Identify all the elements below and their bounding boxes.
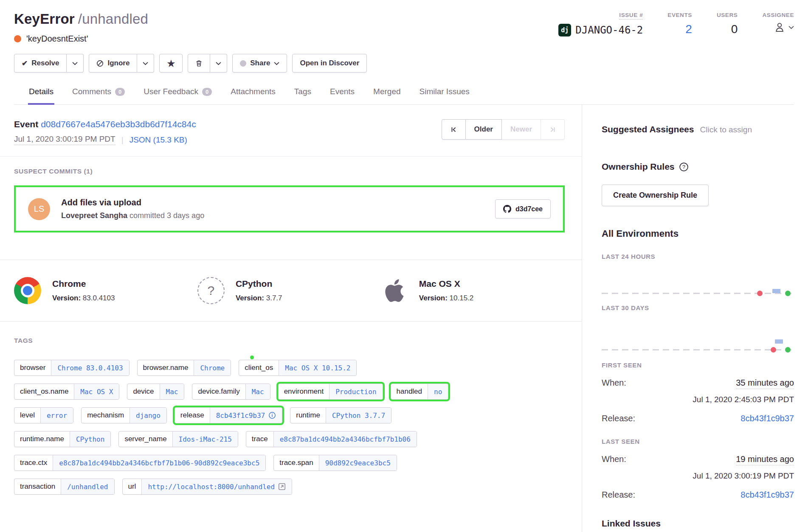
- tag-value-link[interactable]: CPython: [70, 431, 110, 447]
- tag-key: environment: [279, 384, 329, 399]
- help-icon[interactable]: ?: [679, 162, 689, 172]
- ignore-dropdown-button[interactable]: [137, 54, 154, 73]
- tag-value-link[interactable]: /unhandled: [61, 479, 114, 494]
- event-details-main: Eventd08d7667e4a5476eb3b3db6d7f14c84c Ju…: [0, 105, 582, 532]
- events-count[interactable]: 2: [685, 22, 692, 36]
- tab[interactable]: Merged: [372, 84, 401, 105]
- error-level-dot: [14, 35, 21, 42]
- tag-pill: client_os.name Mac OS X: [14, 384, 119, 400]
- tag-value-text: CPython: [76, 435, 104, 443]
- stat-issue-number: ISSUE # dj DJANGO-46-2: [558, 12, 643, 36]
- tag-value-text: error: [47, 412, 67, 420]
- resolve-button[interactable]: ✔Resolve: [14, 54, 67, 73]
- tag-value-link[interactable]: e8c87ba1dc494bb2a4346bcfbf7b1b06-90d892c…: [53, 455, 265, 470]
- last-seen-release-link[interactable]: 8cb43f1c9b37: [741, 490, 794, 500]
- stat-assignee: ASSIGNEE: [762, 12, 794, 36]
- tag-value-text: Production: [335, 388, 376, 396]
- assignee-label: ASSIGNEE: [762, 12, 794, 18]
- older-event-button[interactable]: Older: [466, 119, 502, 140]
- issue-number-label[interactable]: ISSUE #: [619, 12, 643, 20]
- commit-author: Lovepreet Sangha: [61, 211, 127, 220]
- action-toolbar: ✔Resolve Ignore ★ Share Open in Discover: [14, 54, 794, 73]
- event-id-block: Eventd08d7667e4a5476eb3b3db6d7f14c84c Ju…: [14, 119, 196, 145]
- ignore-button[interactable]: Ignore: [89, 54, 137, 73]
- tag-value-link[interactable]: e8c87ba1dc494bb2a4346bcfbf7b1b06: [273, 431, 417, 447]
- first-seen-block: FIRST SEEN When: 35 minutes ago Jul 1, 2…: [602, 361, 794, 423]
- apple-icon: [381, 277, 408, 304]
- tag-value-link[interactable]: error: [40, 408, 73, 423]
- tab[interactable]: Comments 0: [71, 84, 126, 105]
- tag-value-link[interactable]: 90d892c9eace3bc5: [319, 455, 397, 470]
- newer-event-button[interactable]: Newer: [502, 119, 541, 140]
- tab[interactable]: Similar Issues: [419, 84, 470, 105]
- oldest-event-button[interactable]: [442, 119, 466, 140]
- suggested-assignees-title: Suggested Assignees: [602, 124, 694, 134]
- tab[interactable]: Tags: [293, 84, 312, 105]
- first-seen-release-link[interactable]: 8cb43f1c9b37: [741, 414, 794, 423]
- tag-value-link[interactable]: 8cb43f1c9b37: [210, 408, 282, 423]
- tag-pill: trace e8c87ba1dc494bb2a4346bcfbf7b1b06: [246, 431, 417, 447]
- tag-value-link[interactable]: no: [428, 384, 448, 399]
- bookmark-star-button[interactable]: ★: [159, 54, 183, 73]
- tag-value-link[interactable]: CPython 3.7.7: [326, 408, 391, 423]
- users-count: 0: [731, 22, 738, 36]
- event-timestamp[interactable]: Jul 1, 2020 3:00:19 PM PDT: [14, 134, 115, 145]
- sparkline-point-green: [785, 291, 791, 296]
- share-button[interactable]: Share: [232, 54, 287, 73]
- skip-to-latest-button[interactable]: [541, 119, 565, 140]
- chrome-icon: [14, 277, 41, 304]
- tab-label: User Feedback: [144, 87, 198, 96]
- tag-value-link[interactable]: Mac: [160, 384, 184, 399]
- last-seen-absolute-time: Jul 1, 2020 3:00:19 PM PDT: [602, 471, 794, 481]
- context-name: CPython: [236, 279, 282, 289]
- django-project-icon: dj: [558, 24, 571, 36]
- click-to-assign-hint: Click to assign: [700, 125, 752, 134]
- tab[interactable]: User Feedback 0: [143, 84, 213, 105]
- tag-value-link[interactable]: Mac: [245, 384, 270, 399]
- issue-short-id: DJANGO-46-2: [575, 24, 643, 36]
- commit-sha-button[interactable]: d3d7cee: [495, 199, 551, 218]
- first-seen-relative-time[interactable]: 35 minutes ago: [736, 378, 794, 389]
- tab[interactable]: Details: [28, 84, 54, 105]
- tag-value-link[interactable]: Production: [329, 384, 382, 399]
- resolve-dropdown-button[interactable]: [67, 54, 84, 73]
- release-label: Release:: [602, 490, 635, 500]
- delete-button[interactable]: [188, 54, 210, 73]
- tags-heading: TAGS: [14, 337, 565, 344]
- tag-key: server_name: [119, 431, 172, 447]
- create-ownership-rule-button[interactable]: Create Ownership Rule: [602, 185, 709, 206]
- tag-value-link[interactable]: Mac OS X: [74, 384, 119, 399]
- issue-type: KeyError: [14, 11, 75, 27]
- tag-value-text: e8c87ba1dc494bb2a4346bcfbf7b1b06-90d892c…: [59, 459, 259, 467]
- tag-value-link[interactable]: Mac OS X 10.15.2: [279, 360, 356, 375]
- tag-value-link[interactable]: Chrome: [194, 360, 231, 375]
- info-icon[interactable]: [268, 412, 276, 419]
- tab[interactable]: Attachments: [230, 84, 276, 105]
- tag-row: trace.ctx e8c87ba1dc494bb2a4346bcfbf7b1b…: [14, 455, 565, 471]
- assignee-dropdown[interactable]: [773, 21, 794, 34]
- tab[interactable]: Events: [329, 84, 355, 105]
- event-json-link[interactable]: JSON (15.3 KB): [130, 135, 187, 145]
- context-card: ? CPython Version: 3.7.7: [197, 277, 381, 304]
- tab-label: Similar Issues: [420, 87, 470, 96]
- chevron-down-icon: [72, 62, 78, 65]
- issue-header: KeyError/unhandled 'keyDoesntExist' ISSU…: [0, 0, 811, 105]
- event-id-link[interactable]: d08d7667e4a5476eb3b3db6d7f14c84c: [41, 119, 196, 129]
- open-in-discover-button[interactable]: Open in Discover: [292, 54, 367, 73]
- delete-dropdown-button[interactable]: [210, 54, 227, 73]
- svg-text:?: ?: [682, 164, 685, 170]
- tag-value-text: Idos-iMac-215: [179, 435, 232, 443]
- event-contexts: Chrome Version: 83.0.4103 ? CPython Vers…: [0, 260, 582, 322]
- tag-value-link[interactable]: django: [130, 408, 166, 423]
- tag-value-link[interactable]: http://localhost:8000/unhandled: [141, 479, 292, 494]
- suspect-commits-section: SUSPECT COMMITS (1) LS Add files via upl…: [0, 156, 582, 245]
- tab-badge: 0: [202, 88, 212, 96]
- mute-icon: [96, 60, 104, 67]
- last-seen-relative-time[interactable]: 19 minutes ago: [736, 454, 794, 465]
- external-link-icon[interactable]: [278, 483, 286, 490]
- tag-value-link[interactable]: Idos-iMac-215: [172, 431, 238, 447]
- tag-key: url: [123, 479, 142, 494]
- tag-key: browser.name: [138, 360, 194, 375]
- tags-section: TAGS browser Chrome 83.0.4103 browser.na…: [0, 322, 582, 507]
- tag-value-link[interactable]: Chrome 83.0.4103: [51, 360, 129, 375]
